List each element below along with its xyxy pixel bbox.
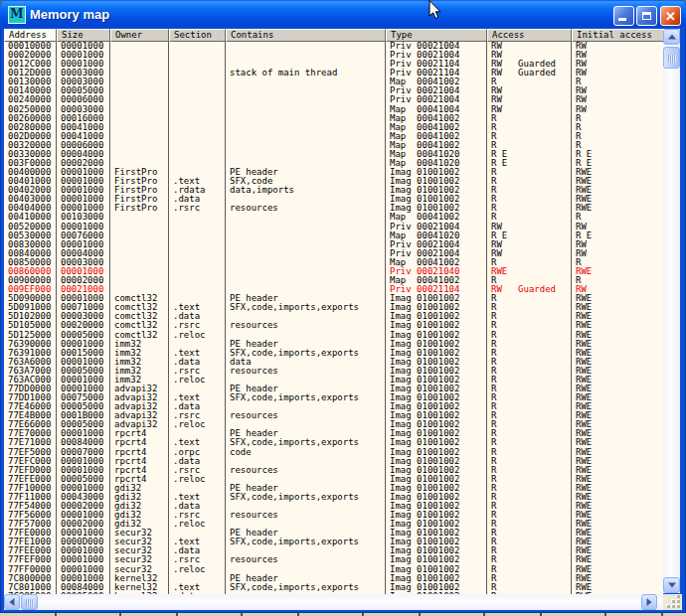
- table-row[interactable]: 5D09100000071000comctl32.textSFX,code,im…: [4, 303, 663, 312]
- table-row[interactable]: 77FEF00000001000secur32.rsrcresourcesIma…: [4, 555, 663, 564]
- cell-address: 77F10000: [4, 484, 57, 493]
- table-row[interactable]: 763A600000001000imm32.datadataImag 01001…: [4, 358, 663, 367]
- cell-address: 763A6000: [4, 358, 57, 367]
- table-row[interactable]: 0012D00000003000stack of main threadPriv…: [4, 69, 663, 77]
- scroll-down-button[interactable]: [663, 577, 680, 593]
- table-row[interactable]: 0053000000076000Map 00041020R ER E: [4, 231, 663, 240]
- table-row[interactable]: 0014000000005000Priv 00021004RWRW: [4, 86, 663, 95]
- table-row[interactable]: 77FE000000001000secur32PE headerImag 010…: [4, 529, 663, 538]
- table-row[interactable]: 7639100000015000imm32.textSFX,code,impor…: [4, 349, 663, 358]
- arrow-up-icon: [668, 35, 676, 40]
- table-row[interactable]: 0028000000041000Map 00041002RR: [4, 123, 663, 132]
- table-row[interactable]: 7C80000000001000kernel32PE headerImag 01…: [4, 574, 663, 583]
- table-row[interactable]: 0025000000003000Map 00041004RWRW: [4, 105, 663, 114]
- resize-grip[interactable]: [663, 594, 682, 610]
- table-row[interactable]: 77E7000000001000rpcrt4PE headerImag 0100…: [4, 429, 663, 438]
- table-row[interactable]: 77DD100000075000advapi32.textSFX,code,im…: [4, 393, 663, 402]
- table-row[interactable]: 003F000000002000Map 00041020R ER E: [4, 159, 663, 168]
- table-row[interactable]: 77EFD00000001000rpcrt4.rsrcresourcesImag…: [4, 466, 663, 475]
- table-row[interactable]: 002D000000041000Map 00041002RR: [4, 132, 663, 141]
- table-row[interactable]: 5D10500000020000comctl32.rsrcresourcesIm…: [4, 321, 663, 330]
- horizontal-scrollbar[interactable]: [4, 594, 663, 610]
- column-header-section[interactable]: Section: [169, 29, 226, 42]
- column-header-size[interactable]: Size: [57, 29, 110, 42]
- table-row[interactable]: 0032000000006000Map 00041002RR: [4, 141, 663, 150]
- cell-address: 77EFE000: [4, 475, 57, 484]
- table-row[interactable]: 0085000000003000Map 00041002RR: [4, 258, 663, 267]
- table-row[interactable]: 763AC00000001000imm32.relocImag 01001002…: [4, 376, 663, 385]
- table-row[interactable]: 0001000000001000Priv 00021004RWRW: [4, 42, 663, 51]
- close-button[interactable]: ✕: [660, 6, 681, 26]
- table-row[interactable]: 0040200000001000FirstPro.rdatadata,impor…: [4, 186, 663, 195]
- cell-address: 00840000: [4, 249, 57, 258]
- scroll-up-button[interactable]: [663, 29, 680, 45]
- column-header-access[interactable]: Access: [487, 29, 572, 42]
- table-row[interactable]: 77E6600000005000advapi32.relocImag 01001…: [4, 420, 663, 429]
- cell-initial-access: R: [572, 141, 663, 150]
- table-row[interactable]: 5D10200000003000comctl32.dataImag 010010…: [4, 312, 663, 321]
- column-header-contains[interactable]: Contains: [226, 29, 386, 42]
- table-row[interactable]: 0083000000001000Priv 00021004RWRW: [4, 240, 663, 249]
- cell-initial-access: RWE: [572, 511, 663, 520]
- table-row[interactable]: 77E4B0000001B000advapi32.rsrcresourcesIm…: [4, 411, 663, 420]
- table-row[interactable]: 5D12500000005000comctl32.relocImag 01001…: [4, 331, 663, 340]
- cell-section: .data: [169, 195, 226, 204]
- table-row[interactable]: 0002000000001000Priv 00021004RWRW: [4, 51, 663, 60]
- table-row[interactable]: 763A700000005000imm32.rsrcresourcesImag …: [4, 367, 663, 376]
- table-row[interactable]: 0040100000001000FirstPro.textSFX,codeIma…: [4, 177, 663, 186]
- table-row[interactable]: 77EFC00000001000rpcrt4.dataImag 01001002…: [4, 457, 663, 466]
- table-row[interactable]: 0012C00000001000Priv 00021104RW GuardedR…: [4, 60, 663, 69]
- cell-section: [169, 285, 226, 294]
- table-row[interactable]: 77FF000000001000secur32.relocImag 010010…: [4, 565, 663, 574]
- table-row[interactable]: 77F5600000001000gdi32.rsrcresourcesImag …: [4, 511, 663, 520]
- table-row[interactable]: 0040400000001000FirstPro.rsrcresourcesIm…: [4, 204, 663, 213]
- table-row[interactable]: 7C80100000084000kernel32.textSFX,code,im…: [4, 583, 663, 592]
- cell-section: [169, 484, 226, 493]
- cell-type: Priv 00021104: [386, 60, 487, 69]
- titlebar[interactable]: M Memory map ✕: [0, 0, 686, 29]
- cell-initial-access: RWE: [572, 493, 663, 502]
- cell-size: 00001000: [57, 60, 110, 69]
- table-row[interactable]: 7639000000001000imm32PE headerImag 01001…: [4, 340, 663, 349]
- table-row[interactable]: 0084000000004000Priv 00021004RWRW: [4, 249, 663, 258]
- horizontal-scroll-thumb[interactable]: [21, 594, 38, 610]
- table-row[interactable]: 77F1100000043000gdi32.textSFX,code,impor…: [4, 493, 663, 502]
- table-row[interactable]: 77F5700000002000gdi32.relocImag 01001002…: [4, 520, 663, 529]
- table-row[interactable]: 0040300000001000FirstPro.dataImag 010010…: [4, 195, 663, 204]
- table-row[interactable]: 0052000000001000Priv 00021004RWRW: [4, 223, 663, 231]
- scroll-left-button[interactable]: [4, 594, 20, 610]
- column-header-address[interactable]: Address: [4, 29, 57, 42]
- vertical-scrollbar[interactable]: [663, 29, 680, 593]
- column-header-owner[interactable]: Owner: [110, 29, 169, 42]
- table-row[interactable]: 77FEE00000001000secur32.dataImag 0100100…: [4, 546, 663, 555]
- table-row[interactable]: 77EFE00000005000rpcrt4.relocImag 0100100…: [4, 475, 663, 484]
- vertical-scroll-thumb[interactable]: [663, 47, 680, 69]
- table-row[interactable]: 0090000000002000Map 00041002RR: [4, 276, 663, 285]
- table-row[interactable]: 0086000000001000Priv 00021040RWERWE: [4, 267, 663, 276]
- table-row[interactable]: 0040000000001000FirstProPE headerImag 01…: [4, 168, 663, 177]
- table-row[interactable]: 77DD000000001000advapi32PE headerImag 01…: [4, 385, 663, 393]
- table-row[interactable]: 77F1000000001000gdi32PE headerImag 01001…: [4, 484, 663, 493]
- table-row[interactable]: 77EF500000007000rpcrt4.orpccodeImag 0100…: [4, 448, 663, 457]
- minimize-button[interactable]: [613, 6, 634, 26]
- cell-size: 0000D000: [57, 538, 110, 546]
- column-header-initial-access[interactable]: Initial access: [572, 29, 663, 42]
- thumb-grip-icon: [26, 599, 34, 607]
- cell-access: R: [487, 385, 572, 393]
- maximize-button[interactable]: [636, 6, 657, 26]
- cell-section: .text: [169, 393, 226, 402]
- table-row[interactable]: 5D09000000001000comctl32PE headerImag 01…: [4, 294, 663, 303]
- table-row[interactable]: 77E4600000005000advapi32.dataImag 010010…: [4, 402, 663, 411]
- table-row[interactable]: 0026000000016000Map 00041002RR: [4, 114, 663, 123]
- table-row[interactable]: 0013000000003000Map 00041002RR: [4, 77, 663, 86]
- scroll-right-button[interactable]: [641, 594, 657, 610]
- table-row[interactable]: 0024000000006000Priv 00021004RWRW: [4, 95, 663, 104]
- cell-type: Priv 00021004: [386, 95, 487, 104]
- table-row[interactable]: 77F5400000002000gdi32.dataImag 01001002R…: [4, 502, 663, 511]
- table-row[interactable]: 0033000000004000Map 00041020R ER E: [4, 150, 663, 159]
- column-header-type[interactable]: Type: [386, 29, 487, 42]
- table-row[interactable]: 009EF00000021000Priv 00021104RW GuardedR…: [4, 285, 663, 294]
- table-row[interactable]: 77FE10000000D000secur32.textSFX,code,imp…: [4, 538, 663, 546]
- table-row[interactable]: 0041000000103000Map 00041002RR: [4, 213, 663, 222]
- table-row[interactable]: 77E7100000084000rpcrt4.textSFX,code,impo…: [4, 438, 663, 447]
